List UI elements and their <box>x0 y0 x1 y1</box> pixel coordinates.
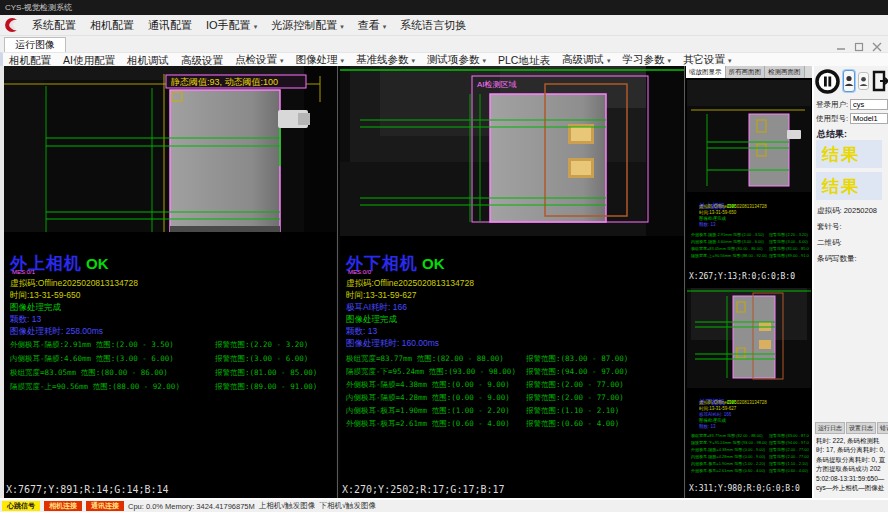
camera-panel-upper: 静态阈值:93, 动态阈值:100 外上相机OK MES:0/1 虚拟码:Off… <box>4 66 336 498</box>
panel-divider <box>337 66 338 498</box>
log-tab-error[interactable]: 错误日志 <box>877 422 888 434</box>
menu-comm-config[interactable]: 通讯配置 <box>141 15 199 36</box>
threshold-overlay-text: 静态阈值:93, 动态阈值:100 <box>170 77 278 87</box>
result-box-upper: 结果 <box>816 140 882 168</box>
mini-coords-lower: X:311;Y:980;R:0;G:0;B:0 <box>689 484 800 493</box>
tool-advanced-settings[interactable]: 高级设置 <box>175 53 229 67</box>
window-controls <box>836 38 882 48</box>
ok-badge: OK <box>422 255 445 272</box>
mini-coords-upper: X:267;Y:13;R:0;G:0;B:0 <box>689 272 795 281</box>
login-user-input[interactable] <box>850 99 888 110</box>
toolbar: 相机配置 AI使用配置 相机调试 高级设置 点检设置 图像处理 基准线参数 测试… <box>0 52 888 66</box>
barcode-line: 虚拟码:Offline2025020813134728 <box>10 278 138 290</box>
mes-status: MES:0/0 <box>348 269 371 275</box>
ai-elapsed-line: 极耳AI耗时: 166 <box>346 302 407 314</box>
tab-strip: 运行图像 <box>0 36 888 52</box>
log-output[interactable]: 耗时: 222, 条码检测耗时: 17, 条码分离耗时: 0, 条码提取分离耗时… <box>816 436 886 494</box>
right-sidebar: 登录用户: 使用型号: 总结果: 结果 结果 虚拟码: 20250208 套针号… <box>814 66 888 498</box>
login-user-label: 登录用户: <box>816 100 848 110</box>
time-line: 时间:13-31-59-650 <box>10 290 80 302</box>
elapsed-line: 图像处理耗时: 160.00ms <box>346 338 439 350</box>
tab-detect-views[interactable]: 检测画面图 <box>765 66 805 78</box>
pixel-coords-readout: X:7677;Y:891;R:14;G:14;B:14 <box>6 484 169 495</box>
log-tab-settings[interactable]: 设置日志 <box>846 422 876 434</box>
minimize-icon[interactable] <box>836 38 846 48</box>
mes-status: MES:0/1 <box>12 269 35 275</box>
process-done-line: 图像处理完成 <box>10 302 61 314</box>
mini-panel-lower[interactable]: 外下相机OK 虚拟码:Offline2025020813134728 时间:13… <box>687 288 811 496</box>
count-line: 颗数: 13 <box>346 326 377 338</box>
menu-camera-config[interactable]: 相机配置 <box>83 15 141 36</box>
count-line: 颗数: 13 <box>10 314 41 326</box>
pause-button[interactable] <box>815 69 840 94</box>
qrcode-label: 二维码: <box>817 238 842 248</box>
close-icon[interactable] <box>872 38 882 48</box>
upper-camera-trigger-status: 上相机√触发图像 <box>259 501 316 511</box>
process-done-line: 图像处理完成 <box>346 314 397 326</box>
model-input[interactable] <box>850 113 888 124</box>
menu-language-switch[interactable]: 系统语言切换 <box>393 15 473 36</box>
tab-zoom-view[interactable]: 缩放图显示 <box>686 66 726 78</box>
time-line: 时间:13-31-59-627 <box>346 290 416 302</box>
camera-connect-badge: 相机连接 <box>44 501 82 511</box>
ok-badge: OK <box>86 255 109 272</box>
model-label: 使用型号: <box>816 114 848 124</box>
main-area: 静态阈值:93, 动态阈值:100 外上相机OK MES:0/1 虚拟码:Off… <box>0 66 888 498</box>
comm-connect-badge: 通讯连接 <box>86 501 124 511</box>
thumbnail-tabs: 缩放图显示 所有画面图 检测画面图 <box>686 66 812 78</box>
cpu-memory-readout: Cpu: 0.0% Memory: 3424.41796875M <box>128 502 255 511</box>
status-footer: 心跳信号 相机连接 通讯连接 Cpu: 0.0% Memory: 3424.41… <box>0 498 888 522</box>
virtual-code-label: 虚拟码: 20250208 <box>817 206 877 216</box>
result-box-lower: 结果 <box>816 172 882 200</box>
exit-button[interactable] <box>872 70 888 92</box>
ai-region-label: AI检测区域 <box>477 80 517 89</box>
user-switch-button[interactable] <box>858 72 869 90</box>
barcode-count-label: 条码写数量: <box>817 254 857 264</box>
lower-camera-trigger-status: 下相机√触发图像 <box>319 501 376 511</box>
tool-plc-address[interactable]: PLC地址表 <box>492 53 556 67</box>
menu-view[interactable]: 查看 <box>351 15 394 36</box>
log-tabs: 运行日志 设置日志 错误日志 <box>815 422 887 434</box>
thumbnail-column: 缩放图显示 所有画面图 检测画面图 <box>686 66 812 498</box>
camera-panel-lower: AI检测区域 外下相机OK MES:0/0 虚拟码:Offline2025020… <box>340 66 684 498</box>
heartbeat-badge: 心跳信号 <box>2 501 40 511</box>
window-title: CYS-视觉检测系统 <box>5 3 72 12</box>
tool-ai-use-config[interactable]: AI使用配置 <box>57 53 121 67</box>
status-bar: 心跳信号 相机连接 通讯连接 Cpu: 0.0% Memory: 3424.41… <box>0 500 888 512</box>
needle-number-label: 套针号: <box>817 222 842 232</box>
tool-camera-config[interactable]: 相机配置 <box>3 53 57 67</box>
mini-image-upper <box>687 80 811 192</box>
run-controls <box>815 67 887 95</box>
window-titlebar: CYS-视觉检测系统 <box>0 0 888 15</box>
tool-camera-debug[interactable]: 相机调试 <box>121 53 175 67</box>
menu-bar: 系统配置 相机配置 通讯配置 IO手配置 光源控制配置 查看 系统语言切换 <box>0 15 888 36</box>
app-logo-icon <box>3 16 21 34</box>
panel-divider <box>684 66 685 498</box>
operator-login-button[interactable] <box>843 70 855 92</box>
pixel-coords-readout: X:270;Y:2502;R:17;G:17;B:17 <box>342 484 505 495</box>
menu-system-config[interactable]: 系统配置 <box>25 15 83 36</box>
maximize-icon[interactable] <box>854 38 864 48</box>
barcode-line: 虚拟码:Offline2025020813134728 <box>346 278 474 290</box>
camera-image-upper[interactable]: 静态阈值:93, 动态阈值:100 <box>4 66 336 232</box>
menu-light-config[interactable]: 光源控制配置 <box>264 15 351 36</box>
mini-image-lower <box>687 288 811 388</box>
menu-io-config[interactable]: IO手配置 <box>199 15 264 36</box>
camera-image-lower[interactable]: AI检测区域 <box>340 66 684 236</box>
mini-panel-upper[interactable]: 外上相机OK 虚拟码:Offline2025020813134728 时间:13… <box>687 80 811 284</box>
tab-run-image[interactable]: 运行图像 <box>4 37 66 52</box>
elapsed-line: 图像处理耗时: 258.00ms <box>10 326 103 338</box>
tab-all-views[interactable]: 所有画面图 <box>726 66 766 78</box>
log-tab-run[interactable]: 运行日志 <box>815 422 845 434</box>
